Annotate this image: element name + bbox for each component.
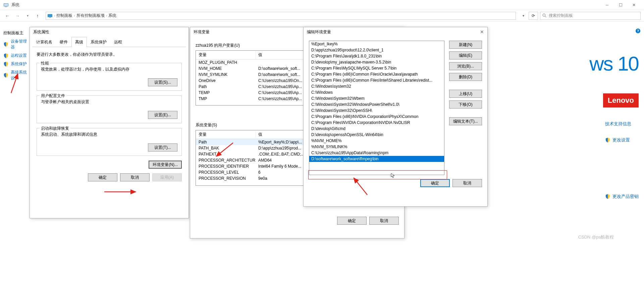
shield-icon <box>3 53 9 58</box>
list-item[interactable]: C:\Windows\System32\Wbem <box>309 95 444 101</box>
admin-note: 要进行大多数更改，你必须作为管理员登录。 <box>37 52 182 57</box>
profile-settings-button[interactable]: 设置(E)... <box>148 111 177 119</box>
nav-forward-button[interactable]: → <box>13 12 21 20</box>
group-desc: 与登录帐户相关的桌面设置 <box>41 99 177 105</box>
svg-point-5 <box>543 14 545 16</box>
lenovo-logo: Lenovo <box>603 93 639 108</box>
tab[interactable]: 高级 <box>71 37 87 47</box>
shield-icon <box>3 42 9 47</box>
window-title: 系统 <box>11 2 600 8</box>
list-item[interactable]: %Eport_Ikey% <box>309 41 444 47</box>
refresh-button[interactable]: ⟳ <box>529 12 538 20</box>
edit-button[interactable]: 编辑(E) <box>449 51 482 59</box>
cancel-button[interactable]: 取消 <box>369 217 399 225</box>
monitor-icon <box>47 13 53 18</box>
svg-rect-4 <box>49 17 51 18</box>
system-icon <box>3 2 9 8</box>
link-change-key[interactable]: 更改产品密钥 <box>612 194 639 200</box>
list-item[interactable]: %NVM_SYMLINK% <box>309 144 444 150</box>
group-title: 性能 <box>40 60 50 66</box>
list-item[interactable]: C:\Program Files\MySQL\MySQL Server 5.7\… <box>309 65 444 71</box>
list-item[interactable]: C:\Windows\system32 <box>309 83 444 89</box>
tab[interactable]: 远程 <box>110 37 126 47</box>
crumb-2[interactable]: 所有控制面板项 <box>76 13 105 18</box>
edit-env-var-dialog: 编辑环境变量 ✕ %Eport_Ikey%D:\app\zzhua195\pro… <box>303 27 488 207</box>
sidebar-link[interactable]: 远程设置 <box>3 53 30 58</box>
navbar: ← → ▾ ↑ › 控制面板 › 所有控制面板项 › 系统 ▾ ⟳ 搜索控制面板 <box>0 10 644 22</box>
sidebar-link[interactable]: 设备管理器 <box>3 39 30 50</box>
list-item[interactable]: C:\Program Files (x86)\Common Files\Orac… <box>309 71 444 77</box>
list-item[interactable]: D:\software\work_software\ffmpeg\bin <box>309 156 444 162</box>
startup-group: 启动和故障恢复 系统启动、系统故障和调试信息 设置(T)... <box>37 128 182 156</box>
close-button[interactable]: ✕ <box>627 0 641 10</box>
env-vars-button[interactable]: 环境变量(N)... <box>149 161 182 169</box>
list-item[interactable]: C:\Program Files\NVIDIA Corporation\NVID… <box>309 120 444 126</box>
list-item[interactable]: D:\devolop\openssl\OpenSSL-Win64\bin <box>309 132 444 138</box>
svg-rect-1 <box>4 4 8 6</box>
performance-group: 性能 视觉效果，处理器计划，内存使用，以及虚拟内存 设置(S)... <box>37 63 182 91</box>
list-item[interactable]: D:\app\zzhua195\product\12.2.0\client_1 <box>309 47 444 53</box>
tab[interactable]: 系统保护 <box>87 37 110 47</box>
right-links: 技术支持信息 更改设置 更改产品密钥 <box>605 118 639 203</box>
nav-history-dropdown[interactable]: ▾ <box>23 12 32 20</box>
list-item[interactable]: D:\devolop\Git\cmd <box>309 126 444 132</box>
perf-settings-button[interactable]: 设置(S)... <box>148 78 177 86</box>
delete-button[interactable]: 删除(D) <box>449 73 482 81</box>
list-item[interactable]: D:\devolop\my_java\apache-maven-3.5.2\bi… <box>309 59 444 65</box>
list-item[interactable]: C:\Windows\System32\OpenSSH\ <box>309 108 444 114</box>
crumb-1[interactable]: 控制面板 <box>56 13 72 18</box>
list-item[interactable]: C:\Users\zzhua195\AppData\Roaming\npm <box>309 150 444 156</box>
group-title: 启动和故障恢复 <box>40 126 70 131</box>
col-variable[interactable]: 变量 <box>196 130 256 139</box>
ok-button[interactable]: 确定 <box>337 217 367 225</box>
new-button[interactable]: 新建(N) <box>449 41 482 49</box>
shield-icon <box>3 61 9 67</box>
browse-button[interactable]: 浏览(B)... <box>449 62 482 70</box>
breadcrumb[interactable]: › 控制面板 › 所有控制面板项 › 系统 <box>46 12 516 20</box>
edit-text-button[interactable]: 编辑文本(T)... <box>449 117 482 125</box>
list-item[interactable]: C:\Program Files\Java\jdk1.8.0_231\bin <box>309 53 444 59</box>
move-down-button[interactable]: 下移(O) <box>449 100 482 109</box>
breadcrumb-dropdown[interactable]: ▾ <box>520 12 527 20</box>
search-icon <box>542 13 547 18</box>
list-item[interactable]: C:\Windows <box>309 89 444 95</box>
col-variable[interactable]: 变量 <box>196 51 256 59</box>
shield-icon <box>605 194 610 199</box>
list-item[interactable]: C:\Program Files (x86)\NVIDIA Corporatio… <box>309 114 444 120</box>
tab[interactable]: 计算机名 <box>33 37 56 47</box>
sidebar-link[interactable]: 高级系统设 <box>3 70 30 81</box>
crumb-3[interactable]: 系统 <box>108 13 116 18</box>
nav-up-button[interactable]: ↑ <box>34 12 42 20</box>
watermark: CSDN @ps酷教程 <box>578 234 614 240</box>
svg-line-6 <box>545 16 546 17</box>
path-list[interactable]: %Eport_Ikey%D:\app\zzhua195\product\12.2… <box>309 41 444 175</box>
breadcrumb-sep: › <box>106 14 107 17</box>
shield-icon <box>3 73 9 78</box>
minimize-button[interactable]: ─ <box>600 0 614 10</box>
close-button[interactable]: ✕ <box>480 29 484 35</box>
startup-settings-button[interactable]: 设置(T)... <box>148 143 177 152</box>
svg-rect-2 <box>5 7 7 7</box>
sidebar-heading: 控制面板主 <box>3 30 30 36</box>
link-support[interactable]: 技术支持信息 <box>605 121 631 127</box>
ok-button[interactable]: 确定 <box>420 179 450 187</box>
breadcrumb-sep: › <box>54 14 55 17</box>
list-item[interactable]: C:\Windows\System32\WindowsPowerShell\v1… <box>309 101 444 108</box>
apply-button[interactable]: 应用(A) <box>152 173 182 181</box>
search-input[interactable]: 搜索控制面板 <box>540 12 641 20</box>
system-properties-dialog: 系统属性 计算机名硬件高级系统保护远程 要进行大多数更改，你必须作为管理员登录。… <box>30 27 189 218</box>
cancel-button[interactable]: 取消 <box>452 179 482 187</box>
link-change-settings[interactable]: 更改设置 <box>612 137 630 143</box>
nav-back-button[interactable]: ← <box>3 12 11 20</box>
list-item[interactable]: C:\Program Files (x86)\Common Files\Inte… <box>309 77 444 83</box>
help-icon[interactable]: ? <box>635 28 641 35</box>
tab[interactable]: 硬件 <box>56 37 71 47</box>
dialog-title: 编辑环境变量 <box>307 29 331 35</box>
sidebar-link[interactable]: 系统保护 <box>3 61 30 67</box>
tabs: 计算机名硬件高级系统保护远程 <box>33 37 186 47</box>
ok-button[interactable]: 确定 <box>88 173 117 181</box>
move-up-button[interactable]: 上移(U) <box>449 90 482 98</box>
cancel-button[interactable]: 取消 <box>120 173 150 181</box>
list-item[interactable]: %NVM_HOME% <box>309 138 444 144</box>
maximize-button[interactable]: ☐ <box>614 0 627 10</box>
